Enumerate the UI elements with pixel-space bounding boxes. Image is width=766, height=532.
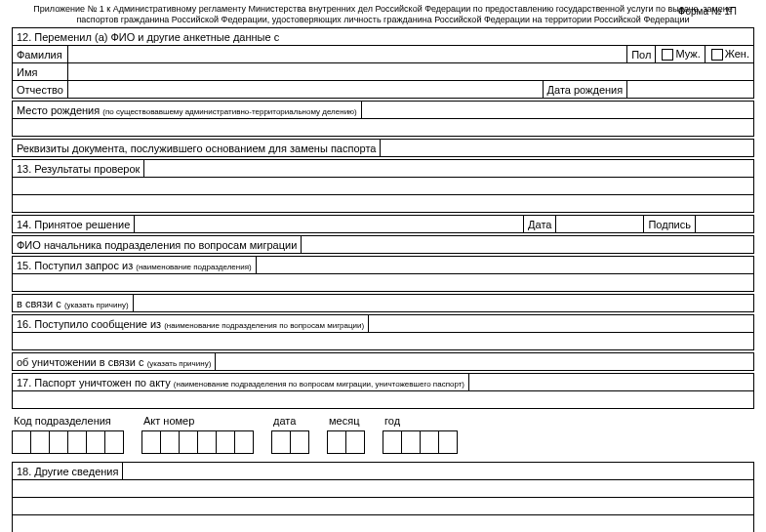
s16-destroy-sub: (указать причину) [147, 359, 212, 368]
field-fio-head[interactable] [302, 236, 754, 254]
field-s16-2[interactable] [13, 333, 754, 350]
s14-title: 14. Принятое решение [13, 216, 135, 233]
label-s16-destroy: об уничтожении в связи с (указать причин… [13, 353, 216, 371]
s12-title: 12. Переменил (а) ФИО и другие анкетные … [13, 28, 754, 46]
field-doc[interactable] [381, 140, 754, 157]
label-s14-signature: Подпись [644, 216, 696, 233]
s15-sub: (наименование подразделения) [136, 263, 251, 271]
cells-date[interactable] [271, 430, 309, 454]
field-s18[interactable] [123, 463, 754, 480]
section-14: 14. Принятое решение Дата Подпись [12, 215, 754, 233]
field-s14-decision[interactable] [135, 216, 524, 233]
section-12-doc: Реквизиты документа, послужившего основа… [12, 139, 754, 157]
sex-female-cell: Жен. [705, 46, 753, 63]
s17-title: 17. Паспорт уничтожен по акту (наименова… [13, 374, 469, 391]
label-patronymic: Отчество [13, 81, 68, 99]
cells-act-no[interactable] [141, 430, 254, 454]
field-s13-2[interactable] [13, 178, 754, 195]
label-surname: Фамилия [13, 46, 68, 63]
field-patronymic[interactable] [67, 81, 543, 99]
pob-sub: (по существовавшему административно-терр… [102, 107, 357, 116]
field-s16-destroy[interactable] [216, 353, 754, 371]
field-pob-2[interactable] [13, 119, 754, 137]
cells-dept-code[interactable] [12, 430, 124, 454]
section-12-pob: Место рождения (по существовавшему админ… [12, 101, 754, 137]
form-number: Форма № 1П [678, 6, 737, 17]
group-act-no: Акт номер [141, 415, 254, 454]
label-dept-code: Код подразделения [14, 415, 124, 427]
label-boxes-month: месяц [329, 415, 365, 427]
field-s13-3[interactable] [13, 195, 754, 213]
field-s15-reason[interactable] [133, 295, 753, 312]
label-female: Жен. [725, 48, 749, 60]
label-s15-reason: в связи с (указать причину) [13, 295, 134, 312]
label-doc: Реквизиты документа, послужившего основа… [13, 140, 381, 157]
label-boxes-year: год [384, 415, 458, 427]
section-15-reason: в связи с (указать причину) [12, 294, 754, 312]
label-sex: Пол [627, 46, 656, 63]
s15-reason-sub: (указать причину) [64, 301, 129, 309]
group-month: месяц [327, 415, 365, 454]
group-year: год [383, 415, 458, 454]
field-s18-3[interactable] [13, 498, 754, 515]
field-name[interactable] [67, 63, 753, 81]
code-boxes-row: Код подразделения Акт номер дата месяц г… [12, 415, 754, 454]
group-date: дата [271, 415, 309, 454]
label-act-no: Акт номер [143, 415, 254, 427]
field-s14-date[interactable] [556, 216, 644, 233]
label-pob: Место рождения (по существовавшему админ… [13, 102, 362, 119]
field-s17-2[interactable] [13, 391, 754, 409]
cells-month[interactable] [327, 430, 365, 454]
field-s16[interactable] [369, 315, 754, 333]
group-dept-code: Код подразделения [12, 415, 124, 454]
field-s13[interactable] [144, 160, 754, 178]
section-16: 16. Поступило сообщение из (наименование… [12, 314, 754, 350]
section-16-destroy: об уничтожении в связи с (указать причин… [12, 352, 754, 371]
label-dob: Дата рождения [543, 81, 627, 99]
sex-male-cell: Муж. [656, 46, 705, 63]
cells-year[interactable] [383, 430, 458, 454]
s15-title: 15. Поступил запрос из (наименование под… [13, 257, 257, 274]
checkbox-female[interactable] [711, 49, 723, 61]
s17-sub: (наименование подразделения по вопросам … [174, 380, 464, 389]
s13-title: 13. Результаты проверок [13, 160, 144, 178]
section-17: 17. Паспорт уничтожен по акту (наименова… [12, 373, 754, 409]
field-s18-2[interactable] [13, 480, 754, 498]
field-dob[interactable] [627, 81, 754, 99]
label-male: Муж. [675, 48, 700, 60]
field-s15-2[interactable] [13, 274, 754, 292]
field-s14-signature[interactable] [696, 216, 754, 233]
section-14-fio: ФИО начальника подразделения по вопросам… [12, 235, 754, 254]
field-s15[interactable] [256, 257, 753, 274]
section-15: 15. Поступил запрос из (наименование под… [12, 256, 754, 292]
label-boxes-date: дата [273, 415, 309, 427]
section-12: 12. Переменил (а) ФИО и другие анкетные … [12, 27, 754, 99]
checkbox-male[interactable] [662, 49, 673, 61]
field-surname[interactable] [67, 46, 626, 63]
header-line-1: Приложение № 1 к Административному регла… [12, 4, 754, 15]
s16-title: 16. Поступило сообщение из (наименование… [13, 315, 369, 333]
s18-title: 18. Другие сведения [13, 463, 123, 480]
header-line-2: паспортов гражданина Российской Федераци… [12, 15, 754, 25]
field-s18-4[interactable] [13, 515, 754, 532]
field-s17[interactable] [469, 374, 754, 391]
label-s14-date: Дата [524, 216, 556, 233]
label-name: Имя [13, 63, 68, 81]
s16-sub: (наименование подразделения по вопросам … [164, 321, 364, 330]
field-pob[interactable] [361, 102, 753, 119]
section-18: 18. Другие сведения [12, 462, 754, 532]
section-13: 13. Результаты проверок [12, 159, 754, 213]
label-fio-head: ФИО начальника подразделения по вопросам… [13, 236, 302, 254]
